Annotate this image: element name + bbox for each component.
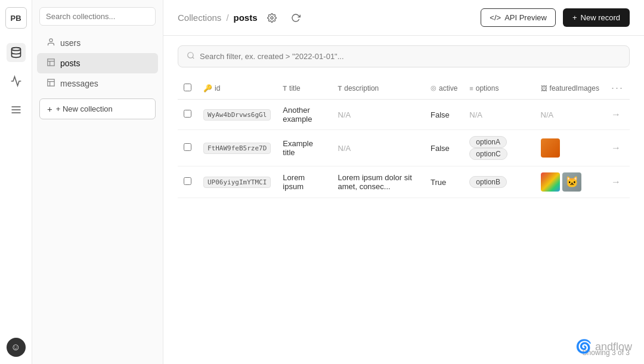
sidebar-item-posts-label: posts: [60, 58, 80, 68]
record-id-2: FtHAW9feB5rze7D: [203, 143, 271, 154]
option-badge-a: optionA: [469, 136, 507, 148]
row-checkbox-2[interactable]: [184, 143, 191, 151]
breadcrumb: Collections / posts: [178, 8, 305, 27]
sidebar-item-messages[interactable]: messages: [37, 73, 158, 94]
record-title-3: Lorem ipsum: [277, 166, 332, 198]
col-id: 🔑 id: [203, 84, 271, 92]
andflow-text: andflow: [595, 341, 632, 353]
featured-images-2: [541, 138, 599, 158]
select-all-checkbox[interactable]: [184, 84, 191, 91]
sidebar-search-wrap: [32, 7, 163, 33]
table-wrap: 🔑 id T title T description: [163, 77, 644, 341]
rail-icon-settings[interactable]: [7, 100, 26, 119]
record-featured-1: N/A: [541, 110, 554, 119]
image-icon: 🖼: [541, 85, 547, 92]
record-active-2: False: [425, 130, 463, 166]
text-icon-title: T: [283, 85, 287, 92]
table-row[interactable]: FtHAW9feB5rze7D Example title N/A False …: [178, 130, 630, 166]
record-desc-1: N/A: [338, 110, 351, 119]
more-options-btn[interactable]: ···: [611, 82, 624, 94]
record-options-3: optionB: [463, 166, 534, 198]
icon-rail: PB ☺: [0, 0, 32, 364]
new-collection-label: + New collection: [56, 104, 113, 113]
footer-count: Showing 3 of 3: [163, 341, 644, 364]
plus-icon-new-record: +: [572, 13, 577, 22]
records-table: 🔑 id T title T description: [178, 77, 630, 198]
new-record-button[interactable]: + New record: [563, 8, 630, 27]
sidebar-item-users[interactable]: users: [37, 33, 158, 53]
row-arrow-1[interactable]: →: [611, 109, 621, 119]
svg-point-5: [271, 17, 273, 19]
row-arrow-3[interactable]: →: [611, 177, 621, 187]
record-id-1: WyAw4bDrvws6gGl: [203, 109, 271, 121]
main-header: Collections / posts </> API Preview + N: [163, 0, 644, 36]
list-icon: ≡: [469, 85, 473, 92]
search-bar: [178, 45, 630, 67]
record-active-3: True: [425, 166, 463, 198]
row-checkbox-1[interactable]: [184, 110, 191, 118]
svg-point-6: [188, 53, 193, 58]
record-title-1: Another example: [277, 100, 332, 130]
featured-images-3: 🐱: [541, 172, 599, 192]
image-thumb-orange: [541, 138, 560, 158]
col-active: ◎ active: [431, 84, 457, 92]
record-title-2: Example title: [277, 130, 332, 166]
record-id-3: UP06yiygImYTMCI: [203, 177, 271, 188]
rail-icon-analytics[interactable]: [7, 72, 26, 91]
api-preview-label: API Preview: [504, 13, 547, 22]
app-logo[interactable]: PB: [5, 7, 27, 29]
col-options: ≡ options: [469, 84, 528, 92]
option-badge-b: optionB: [469, 176, 507, 188]
posts-icon: [47, 58, 55, 69]
svg-point-0: [11, 48, 20, 51]
record-desc-3: Lorem ipsum dolor sit amet, consec...: [332, 166, 425, 198]
new-record-label: New record: [581, 13, 620, 22]
row-checkbox-3[interactable]: [184, 177, 191, 185]
search-bar-wrap: [163, 36, 644, 77]
plus-icon: +: [47, 104, 52, 114]
text-icon-desc: T: [338, 85, 342, 92]
refresh-icon-btn[interactable]: [286, 8, 305, 27]
svg-point-4: [49, 39, 52, 42]
settings-icon-btn[interactable]: [262, 8, 281, 27]
row-arrow-2[interactable]: →: [611, 143, 621, 153]
users-icon: [47, 38, 55, 48]
andflow-watermark: 🌀 andflow: [575, 339, 632, 354]
col-description: T description: [338, 84, 419, 92]
record-options-1: N/A: [469, 110, 482, 119]
record-options-2: optionA optionC: [463, 130, 534, 166]
api-preview-button[interactable]: </> API Preview: [481, 8, 556, 27]
key-icon: 🔑: [203, 84, 212, 92]
sidebar-search-input[interactable]: [39, 7, 156, 26]
option-badge-c: optionC: [469, 148, 507, 160]
sidebar-item-posts[interactable]: posts: [37, 53, 158, 73]
main-content: Collections / posts </> API Preview + N: [163, 0, 644, 364]
andflow-icon: 🌀: [575, 339, 592, 354]
sidebar-item-users-label: users: [60, 38, 80, 48]
rail-icon-database[interactable]: [7, 43, 26, 62]
code-icon: </>: [490, 13, 501, 22]
active-icon: ◎: [431, 84, 436, 92]
messages-icon: [47, 78, 55, 89]
header-actions: </> API Preview + New record: [481, 8, 630, 27]
image-thumb-rainbow: [541, 172, 560, 192]
user-avatar[interactable]: ☺: [7, 338, 26, 357]
sidebar: users posts messages + + New collection: [32, 0, 163, 364]
table-row[interactable]: UP06yiygImYTMCI Lorem ipsum Lorem ipsum …: [178, 166, 630, 198]
search-icon: [187, 51, 195, 61]
breadcrumb-collections[interactable]: Collections: [178, 13, 221, 23]
record-active-1: False: [425, 100, 463, 130]
sidebar-item-messages-label: messages: [60, 79, 98, 88]
col-featured-images: 🖼 featuredImages: [541, 84, 599, 92]
new-collection-button[interactable]: + + New collection: [39, 98, 156, 119]
record-desc-2: N/A: [338, 144, 351, 153]
search-filter-input[interactable]: [200, 52, 621, 61]
breadcrumb-separator: /: [226, 13, 228, 23]
table-row[interactable]: WyAw4bDrvws6gGl Another example N/A Fals…: [178, 100, 630, 130]
svg-line-7: [193, 57, 194, 59]
breadcrumb-current: posts: [234, 13, 258, 23]
image-thumb-cat: 🐱: [562, 172, 581, 192]
col-title: T title: [283, 84, 326, 92]
